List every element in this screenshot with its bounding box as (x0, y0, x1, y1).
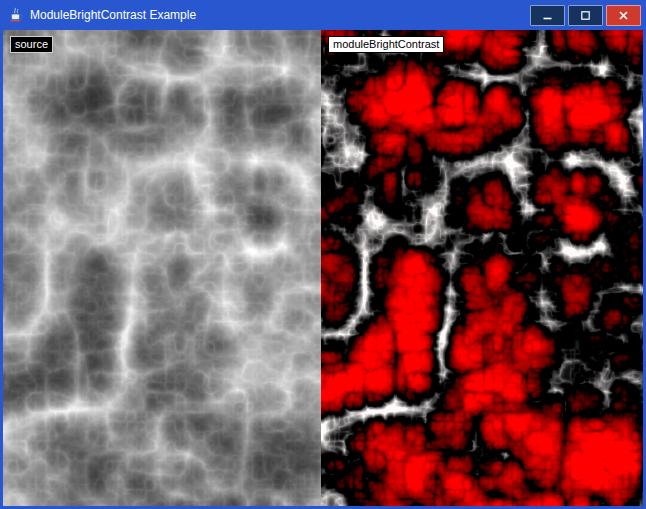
maximize-icon (580, 10, 591, 21)
source-label: source (10, 36, 53, 53)
window-controls (530, 5, 641, 26)
window-title: ModuleBrightContrast Example (30, 8, 530, 22)
image-panels: source moduleBrightContrast (3, 30, 643, 506)
app-window: ModuleBrightContrast Example (0, 0, 646, 509)
titlebar[interactable]: ModuleBrightContrast Example (3, 0, 643, 30)
minimize-button[interactable] (530, 5, 565, 26)
result-panel: moduleBrightContrast (321, 30, 643, 506)
processed-image-canvas (321, 30, 643, 506)
close-icon (618, 10, 629, 21)
minimize-icon (542, 10, 553, 21)
source-panel: source (3, 30, 321, 506)
java-coffee-cup-icon (7, 6, 25, 24)
module-label: moduleBrightContrast (328, 36, 444, 53)
close-button[interactable] (606, 5, 641, 26)
source-image-canvas (3, 30, 321, 506)
maximize-button[interactable] (568, 5, 603, 26)
